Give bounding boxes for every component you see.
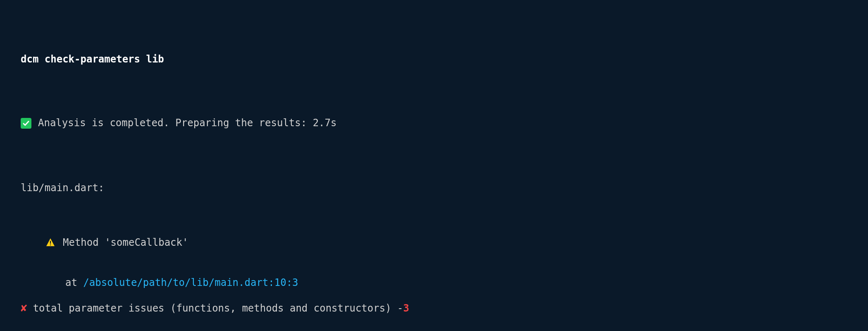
status-line: Analysis is completed. Preparing the res…	[21, 116, 847, 130]
warning-block: Method 'someCallback'	[21, 236, 847, 249]
method-location: at /absolute/path/to/lib/main.dart:10:3	[21, 276, 847, 289]
status-text: Analysis is completed. Preparing the res…	[38, 116, 336, 130]
file-path-link[interactable]: /absolute/path/to/lib/main.dart:10:3	[83, 277, 298, 288]
svg-rect-1	[50, 245, 51, 245]
summary-count: 3	[403, 302, 409, 315]
method-label: Method 'someCallback'	[63, 236, 188, 249]
terminal-output: dcm check-parameters lib Analysis is com…	[0, 0, 868, 331]
command-line: dcm check-parameters lib	[21, 53, 847, 66]
file-header: lib/main.dart:	[21, 181, 847, 194]
cross-icon: ✘	[21, 301, 27, 315]
svg-rect-0	[50, 241, 51, 244]
summary-line: ✘ total parameter issues (functions, met…	[21, 301, 409, 315]
warning-icon	[45, 237, 55, 247]
summary-text: total parameter issues (functions, metho…	[33, 302, 403, 315]
check-icon	[21, 118, 31, 129]
at-label: at	[65, 277, 83, 288]
